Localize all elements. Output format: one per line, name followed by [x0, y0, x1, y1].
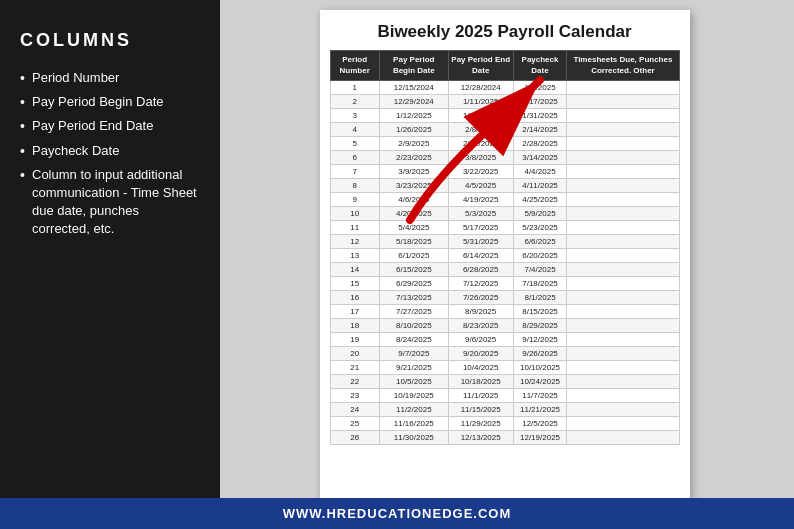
table-cell — [567, 81, 679, 95]
table-cell: 4/5/2025 — [448, 179, 513, 193]
table-cell: 5/18/2025 — [379, 235, 448, 249]
table-row: 2310/19/202511/1/202511/7/2025 — [330, 389, 679, 403]
table-cell: 17 — [330, 305, 379, 319]
table-cell: 24 — [330, 403, 379, 417]
table-cell: 6/6/2025 — [513, 235, 567, 249]
table-cell: 25 — [330, 417, 379, 431]
table-cell: 7/12/2025 — [448, 277, 513, 291]
sidebar-list-item: Column to input additional communication… — [20, 166, 200, 239]
table-cell: 10 — [330, 207, 379, 221]
table-cell: 1/26/2025 — [379, 123, 448, 137]
table-cell: 9/6/2025 — [448, 333, 513, 347]
table-cell — [567, 207, 679, 221]
table-cell: 12/5/2025 — [513, 417, 567, 431]
table-cell — [567, 123, 679, 137]
table-cell — [567, 179, 679, 193]
table-cell: 11/1/2025 — [448, 389, 513, 403]
table-row: 2611/30/202512/13/202512/19/2025 — [330, 431, 679, 445]
table-cell — [567, 375, 679, 389]
table-cell: 2/28/2025 — [513, 137, 567, 151]
table-cell: 11/15/2025 — [448, 403, 513, 417]
table-cell: 16 — [330, 291, 379, 305]
table-cell: 8/23/2025 — [448, 319, 513, 333]
table-cell: 8 — [330, 179, 379, 193]
sidebar: COLUMNS Period NumberPay Period Begin Da… — [0, 0, 220, 498]
table-cell: 11/16/2025 — [379, 417, 448, 431]
table-cell: 2/22/2025 — [448, 137, 513, 151]
table-cell: 3/14/2025 — [513, 151, 567, 165]
table-cell: 10/18/2025 — [448, 375, 513, 389]
table-row: 83/23/20254/5/20254/11/2025 — [330, 179, 679, 193]
table-row: 73/9/20253/22/20254/4/2025 — [330, 165, 679, 179]
table-cell: 10/24/2025 — [513, 375, 567, 389]
table-cell: 8/24/2025 — [379, 333, 448, 347]
table-row: 94/6/20254/19/20254/25/2025 — [330, 193, 679, 207]
table-cell: 12/13/2025 — [448, 431, 513, 445]
table-cell: 9/20/2025 — [448, 347, 513, 361]
calendar-paper: Biweekly 2025 Payroll Calendar Period Nu… — [320, 10, 690, 498]
table-cell: 8/10/2025 — [379, 319, 448, 333]
table-cell: 8/29/2025 — [513, 319, 567, 333]
table-row: 156/29/20257/12/20257/18/2025 — [330, 277, 679, 291]
table-cell: 5/3/2025 — [448, 207, 513, 221]
table-cell: 9/21/2025 — [379, 361, 448, 375]
table-cell: 5/23/2025 — [513, 221, 567, 235]
table-cell — [567, 361, 679, 375]
table-cell — [567, 263, 679, 277]
table-cell: 19 — [330, 333, 379, 347]
table-cell: 6/1/2025 — [379, 249, 448, 263]
table-cell: 8/1/2025 — [513, 291, 567, 305]
table-cell: 5/9/2025 — [513, 207, 567, 221]
table-cell: 3/8/2025 — [448, 151, 513, 165]
table-row: 52/9/20252/22/20252/28/2025 — [330, 137, 679, 151]
table-cell: 9 — [330, 193, 379, 207]
table-cell: 7 — [330, 165, 379, 179]
table-row: 198/24/20259/6/20259/12/2025 — [330, 333, 679, 347]
table-cell: 20 — [330, 347, 379, 361]
table-cell — [567, 151, 679, 165]
table-cell: 7/26/2025 — [448, 291, 513, 305]
table-row: 2210/5/202510/18/202510/24/2025 — [330, 375, 679, 389]
table-cell: 1/12/2025 — [379, 109, 448, 123]
table-body: 112/15/202412/28/20241/3/2025212/29/2024… — [330, 81, 679, 445]
table-cell: 21 — [330, 361, 379, 375]
table-cell: 14 — [330, 263, 379, 277]
table-cell — [567, 389, 679, 403]
calendar-area: Biweekly 2025 Payroll Calendar Period Nu… — [220, 0, 794, 498]
table-cell — [567, 249, 679, 263]
table-header-cell: Pay Period Begin Date — [379, 51, 448, 81]
table-cell: 11 — [330, 221, 379, 235]
table-cell: 18 — [330, 319, 379, 333]
table-row: 212/29/20241/11/20251/17/2025 — [330, 95, 679, 109]
table-cell: 6/20/2025 — [513, 249, 567, 263]
table-cell: 3 — [330, 109, 379, 123]
table-cell — [567, 305, 679, 319]
table-cell — [567, 137, 679, 151]
table-cell: 4/4/2025 — [513, 165, 567, 179]
table-cell — [567, 417, 679, 431]
sidebar-list-item: Pay Period End Date — [20, 117, 200, 135]
table-cell: 23 — [330, 389, 379, 403]
table-cell: 6/14/2025 — [448, 249, 513, 263]
table-row: 136/1/20256/14/20256/20/2025 — [330, 249, 679, 263]
table-cell — [567, 165, 679, 179]
table-cell: 8/15/2025 — [513, 305, 567, 319]
table-cell: 10/4/2025 — [448, 361, 513, 375]
table-cell: 5/17/2025 — [448, 221, 513, 235]
table-cell: 1 — [330, 81, 379, 95]
table-cell: 5/4/2025 — [379, 221, 448, 235]
table-header-row: Period NumberPay Period Begin DatePay Pe… — [330, 51, 679, 81]
table-cell: 8/9/2025 — [448, 305, 513, 319]
table-cell: 6/28/2025 — [448, 263, 513, 277]
sidebar-list-item: Paycheck Date — [20, 142, 200, 160]
table-cell — [567, 221, 679, 235]
table-cell: 4/19/2025 — [448, 193, 513, 207]
table-row: 125/18/20255/31/20256/6/2025 — [330, 235, 679, 249]
table-cell: 4/20/2025 — [379, 207, 448, 221]
table-row: 177/27/20258/9/20258/15/2025 — [330, 305, 679, 319]
table-cell: 12/15/2024 — [379, 81, 448, 95]
table-row: 167/13/20257/26/20258/1/2025 — [330, 291, 679, 305]
table-cell — [567, 193, 679, 207]
table-cell: 6 — [330, 151, 379, 165]
table-cell: 4/25/2025 — [513, 193, 567, 207]
